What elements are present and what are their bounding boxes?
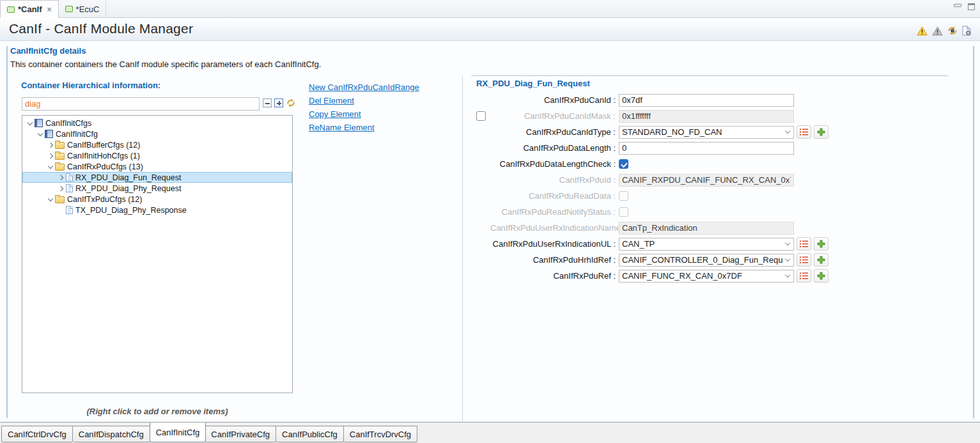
CanIfRxPduId-input [619,174,794,187]
folder-icon [55,196,65,203]
module-tab-caniftrcvdrvcfg[interactable]: CanIfTrcvDrvCfg [344,426,417,442]
header-toolbar [917,26,971,36]
expander-closed-icon[interactable] [46,140,55,150]
module-tab-canifdispatchcfg[interactable]: CanIfDispatchCfg [73,426,150,442]
element-actions: New CanIfRxPduCanIdRangeDel ElementCopy … [309,81,419,134]
tree-item-caniftxpducfgs[interactable]: CanIfTxPduCfgs (12) [22,194,292,205]
add-icon[interactable] [814,253,828,267]
sync-icon[interactable] [286,98,296,107]
maximize-icon[interactable] [968,3,975,10]
document-gear-icon[interactable] [962,26,971,36]
section-heading: CanIfInitCfg details [10,46,86,56]
action-link-del-element[interactable]: Del Element [309,94,419,107]
tree-filter-toolbar [263,98,296,107]
add-icon[interactable] [814,125,828,139]
module-tab-canifprivatecfg[interactable]: CanIfPrivateCfg [205,426,276,442]
panel-separator [462,76,463,421]
expander-open-icon[interactable] [26,118,35,128]
form-row: CanIfRxPduCanId : [471,92,949,108]
container-tree: CanIfInitCfgsCanIfInitCfgCanIfBufferCfgs… [22,115,293,393]
details-panel: RX_PDU_Diag_Fun_Request CanIfRxPduCanId … [471,75,949,421]
form-row: CanIfRxPduId : [471,172,949,188]
form-row: CanIfRxPduCanIdMask : [471,108,949,124]
tree-item-rx_pdu_diag_fun_request[interactable]: RX_PDU_Diag_Fun_Request [22,172,292,183]
CanIfRxPduCanIdMask-input [619,110,794,123]
expander-open-icon[interactable] [46,162,55,172]
CanIfRxPduCanIdType-combobox[interactable]: STANDARD_NO_FD_CAN [619,126,794,139]
mask-enable-checkbox[interactable] [476,111,486,121]
folder-icon [55,164,65,171]
add-icon[interactable] [814,237,828,251]
tree-item-label: CanIfBufferCfgs (12) [67,141,140,150]
expander-open-icon[interactable] [46,194,55,205]
close-icon[interactable]: × [47,5,52,14]
expander-spacer [56,205,65,215]
combo-value: CAN_TP [622,239,783,249]
tree-item-label: CanIfTxPduCfgs (12) [67,195,142,204]
form-row: CanIfRxPduHrhIdRef :CANIF_CONTROLLER_0_D… [471,252,949,268]
module-tab-label: CanIfCtrlDrvCfg [8,430,66,439]
CanIfRxPduReadNotifyStatus-checkbox [619,207,628,217]
option-list-icon[interactable] [797,253,811,267]
minimize-icon[interactable] [954,4,961,7]
editor-tab-canif[interactable]: *CanIf× [0,0,59,18]
section-description: This container containers the CanIf modu… [10,59,321,69]
option-list-icon[interactable] [797,269,811,283]
CanIfRxPduUserRxIndicationUL-combobox[interactable]: CAN_TP [619,238,794,251]
tree-item-canifinitcfgs[interactable]: CanIfInitCfgs [22,118,292,128]
CanIfRxPduHrhIdRef-combobox[interactable]: CANIF_CONTROLLER_0_Diag_Fun_Reque [619,254,794,267]
expander-closed-icon[interactable] [46,151,55,161]
doc-icon [66,173,73,182]
field-label: CanIfRxPduReadNotifyStatus : [490,207,616,217]
expand-all-icon[interactable] [274,98,283,107]
module-tab-canifpubliccfg[interactable]: CanIfPublicCfg [276,426,344,442]
field-label: CanIfRxPduRef : [490,271,616,281]
doc-icon [66,184,73,192]
CanIfRxPduDataLengthCheck-checkbox[interactable] [619,159,628,169]
tree-item-label: RX_PDU_Diag_Fun_Request [75,173,181,182]
CanIfRxPduCanId-input[interactable] [619,94,794,107]
action-link-copy-element[interactable]: Copy Element [309,107,419,121]
module-tab-canifinitcfg[interactable]: CanIfInitCfg [150,423,206,442]
option-list-icon[interactable] [797,237,811,251]
warning-yellow-icon[interactable] [917,26,928,36]
frame-border-right [973,46,974,418]
tree-item-rx_pdu_diag_phy_request[interactable]: RX_PDU_Diag_Phy_Request [22,183,292,194]
tree-item-label: CanIfRxPduCfgs (13) [67,162,143,171]
CanIfRxPduUserRxIndicationName-input [619,222,794,235]
warning-gray-icon[interactable] [932,26,943,36]
module-tab-label: CanIfPublicCfg [282,430,338,439]
tree-item-canifinithohcfgs[interactable]: CanIfInitHohCfgs (1) [22,150,292,161]
tree-item-label: CanIfInitHohCfgs (1) [67,152,140,160]
tree-item-tx_pdu_diag_phy_response[interactable]: TX_PDU_Diag_Phy_Response [22,205,292,215]
CanIfRxPduReadData-checkbox [619,191,628,201]
tree-item-canifrxpducfgs[interactable]: CanIfRxPduCfgs (13) [22,161,292,172]
form-row: CanIfRxPduReadNotifyStatus : [471,204,949,220]
gear-sync-icon[interactable] [947,26,958,35]
form-row: CanIfRxPduUserRxIndicationUL :CAN_TP [471,236,949,252]
editor-content: CanIfInitCfg details This container cont… [0,41,980,422]
combo-value: CANIF_FUNC_RX_CAN_0x7DF [622,271,783,281]
field-label: CanIfRxPduCanId : [490,95,616,105]
editor-tab-label: *EcuC [76,4,100,14]
action-link-new-canifrxpducanidrange[interactable]: New CanIfRxPduCanIdRange [309,81,419,94]
option-list-icon[interactable] [797,125,811,139]
expander-closed-icon[interactable] [56,173,65,183]
CanIfRxPduDataLength-input[interactable] [619,142,794,155]
module-tab-label: CanIfDispatchCfg [79,430,144,439]
editor-tab-ecuc[interactable]: *EcuC [59,0,107,18]
field-label: CanIfRxPduUserRxIndicationUL : [490,239,616,249]
tree-filter-input[interactable] [22,97,260,111]
expander-closed-icon[interactable] [56,183,65,194]
CanIfRxPduRef-combobox[interactable]: CANIF_FUNC_RX_CAN_0x7DF [619,270,794,283]
collapse-all-icon[interactable] [263,98,272,107]
add-icon[interactable] [814,269,828,283]
module-tab-label: CanIfInitCfg [156,428,200,437]
action-link-rename-element[interactable]: ReName Element [309,121,419,134]
tree-item-canifinitcfg[interactable]: CanIfInitCfg [22,128,292,139]
details-form: CanIfRxPduCanId :CanIfRxPduCanIdMask :Ca… [471,92,949,284]
expander-open-icon[interactable] [36,129,45,139]
tree-item-canifbuffercfgs[interactable]: CanIfBufferCfgs (12) [22,139,292,150]
tree-hint-text: (Right click to add or remove items) [22,407,293,416]
module-tab-canifctrldrvcfg[interactable]: CanIfCtrlDrvCfg [1,426,73,442]
